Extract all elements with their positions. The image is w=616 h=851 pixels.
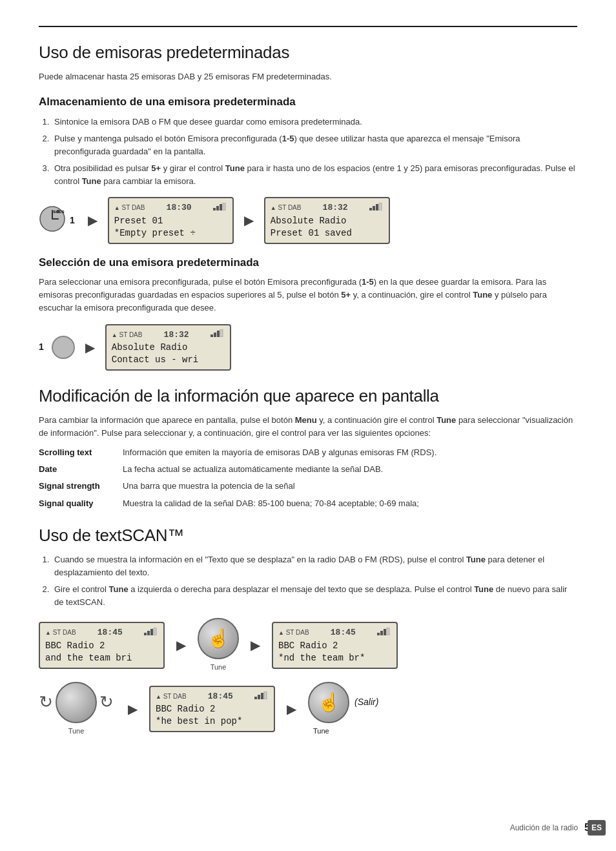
signal-icon-ts3 xyxy=(254,692,269,699)
svg-rect-8 xyxy=(223,203,225,210)
rotate-knob: ↺ ↻ Tune xyxy=(39,682,114,737)
textscan-screen-1: ▲ ST DAB 18:45 BBC Radio 2 and the team … xyxy=(39,622,165,668)
signal-icon-3 xyxy=(210,329,225,337)
arrow-ts-3: ▶ xyxy=(128,699,138,719)
svg-rect-5 xyxy=(213,208,216,210)
def-term-quality: Signal quality xyxy=(39,497,123,510)
preset-store-diagram: 2 secs 1 ▶ ▲ ST DAB 18:30 xyxy=(39,197,577,243)
signal-icon-2 xyxy=(369,203,384,210)
svg-text:secs: secs xyxy=(53,209,65,214)
top-divider xyxy=(39,26,577,27)
finger-tap-icon-1: ☝ xyxy=(207,625,230,652)
step-number-1: 1 xyxy=(70,214,75,227)
textscan-diagram-row2: ↺ ↻ Tune ▶ ▲ ST DAB 18:45 xyxy=(39,682,577,737)
svg-rect-21 xyxy=(377,633,380,635)
svg-rect-14 xyxy=(214,333,216,337)
arrow-right-1: ▶ xyxy=(88,210,98,230)
textscan-step-1: Cuando se muestra la información en el "… xyxy=(52,553,577,579)
tune-knob-exit: ☝ xyxy=(308,682,349,723)
tune-knob-1: ☝ Tune xyxy=(198,618,239,673)
svg-rect-16 xyxy=(220,329,223,337)
scr1-signal xyxy=(213,203,227,213)
svg-rect-12 xyxy=(379,203,382,210)
scr1-line1: Preset 01 xyxy=(114,215,227,227)
signal-icon-ts1 xyxy=(144,628,158,635)
signal-icon-ts2 xyxy=(377,628,391,635)
arrow-ts-2: ▶ xyxy=(251,635,260,655)
arrow-ts-1: ▶ xyxy=(176,635,186,655)
def-term-date: Date xyxy=(39,463,123,476)
svg-rect-10 xyxy=(373,206,375,210)
svg-rect-9 xyxy=(369,208,372,210)
scr2-signal xyxy=(369,203,384,213)
section-presets: Uso de emisoras predeterminadas Puede al… xyxy=(39,40,577,371)
scr1-status: ▲ ST DAB xyxy=(114,203,145,213)
svg-rect-6 xyxy=(216,206,219,210)
def-desc-scrolling: Información que emiten la mayoría de emi… xyxy=(123,446,436,459)
step-1: Sintonice la emisora DAB o FM que desee … xyxy=(52,116,577,128)
svg-rect-22 xyxy=(380,631,383,635)
rotate-left-arrow: ↺ xyxy=(39,690,53,715)
scr1-line2: *Empty preset ÷ xyxy=(114,227,227,240)
tune-label-exit: Tune xyxy=(313,726,329,737)
svg-rect-11 xyxy=(376,204,378,210)
scr1-time: 18:30 xyxy=(167,201,192,214)
def-signal-strength: Signal strength Una barra que muestra la… xyxy=(39,480,577,493)
arrow-right-3: ▶ xyxy=(85,338,95,357)
tune-label-rotate: Tune xyxy=(68,726,85,737)
def-desc-date: La fecha actual se actualiza automáticam… xyxy=(123,463,383,476)
subsection-seleccion-text: Para seleccionar una emisora preconfigur… xyxy=(39,276,577,314)
svg-rect-17 xyxy=(144,633,147,635)
section-textscan-title: Uso de textSCAN™ xyxy=(39,523,577,548)
page-footer: Audición de la radio 5 xyxy=(510,820,590,836)
svg-rect-13 xyxy=(210,334,213,337)
svg-rect-7 xyxy=(220,204,222,210)
scr3-line1: Absolute Radio xyxy=(112,342,225,354)
textscan-step-2: Gire el control Tune a izquierda o derec… xyxy=(52,583,577,609)
tune-label-1: Tune xyxy=(210,662,227,673)
preset-screen-2: ▲ ST DAB 18:32 Absolute Radio Preset 01 … xyxy=(264,197,390,243)
svg-rect-24 xyxy=(387,628,389,635)
arrow-ts-4: ▶ xyxy=(287,699,296,719)
svg-rect-15 xyxy=(217,331,220,337)
textscan-steps: Cuando se muestra la información en el "… xyxy=(52,553,577,610)
step-3: Otra posibilidad es pulsar 5+ y girar el… xyxy=(52,162,577,188)
svg-rect-18 xyxy=(147,631,150,635)
signal-icon-1 xyxy=(213,203,227,210)
svg-rect-25 xyxy=(254,697,257,699)
def-desc-quality: Muestra la calidad de la señal DAB: 85-1… xyxy=(123,497,419,510)
scr3-signal xyxy=(210,329,225,340)
scr2-line1: Absolute Radio xyxy=(271,215,384,227)
salir-label: (Salir) xyxy=(354,695,378,709)
lang-badge: ES xyxy=(588,820,606,836)
textscan-diagram-row1: ▲ ST DAB 18:45 BBC Radio 2 and the team … xyxy=(39,618,577,673)
scr2-line2: Preset 01 saved xyxy=(271,227,384,240)
almacenamiento-steps: Sintonice la emisora DAB o FM que desee … xyxy=(52,116,577,189)
subsection-seleccion-title: Selección de una emisora predeterminada xyxy=(39,254,577,271)
section-modification: Modificación de la información que apare… xyxy=(39,384,577,510)
tune-exit-group: ☝ (Salir) Tune xyxy=(308,682,378,737)
scr2-status: ▲ ST DAB xyxy=(271,203,302,213)
scr3-line2: Contact us - wri xyxy=(112,354,225,366)
def-desc-strength: Una barra que muestra la potencia de la … xyxy=(123,480,295,493)
def-date: Date La fecha actual se actualiza automá… xyxy=(39,463,577,476)
scr3-status: ▲ ST DAB xyxy=(112,330,143,340)
svg-rect-20 xyxy=(154,628,156,635)
textscan-screen-2: ▲ ST DAB 18:45 BBC Radio 2 *nd the team … xyxy=(272,622,398,668)
arrow-right-2: ▶ xyxy=(244,210,254,230)
step-2: Pulse y mantenga pulsado el botón Emisor… xyxy=(52,132,577,158)
preset-button-circle xyxy=(52,336,75,359)
section-presets-title: Uso de emisoras predeterminadas xyxy=(39,40,577,65)
step-number-1b: 1 xyxy=(39,340,44,354)
definition-list: Scrolling text Información que emiten la… xyxy=(39,446,577,510)
svg-rect-19 xyxy=(150,629,153,635)
section-modification-intro: Para cambiar la información que aparece … xyxy=(39,414,577,440)
preset-select-diagram: 1 ▶ ▲ ST DAB 18:32 xyxy=(39,324,577,371)
select-screen-1: ▲ ST DAB 18:32 Absolute Radio Contact us… xyxy=(105,324,231,371)
def-scrolling: Scrolling text Información que emiten la… xyxy=(39,446,577,459)
section-textscan: Uso de textSCAN™ Cuando se muestra la in… xyxy=(39,523,577,737)
rotate-right-arrow: ↻ xyxy=(99,690,114,715)
svg-rect-28 xyxy=(264,692,267,699)
preset-screen-1: ▲ ST DAB 18:30 Preset 01 *Empty preset ÷ xyxy=(108,197,234,243)
subsection-almacenamiento-title: Almacenamiento de una emisora predetermi… xyxy=(39,94,577,110)
